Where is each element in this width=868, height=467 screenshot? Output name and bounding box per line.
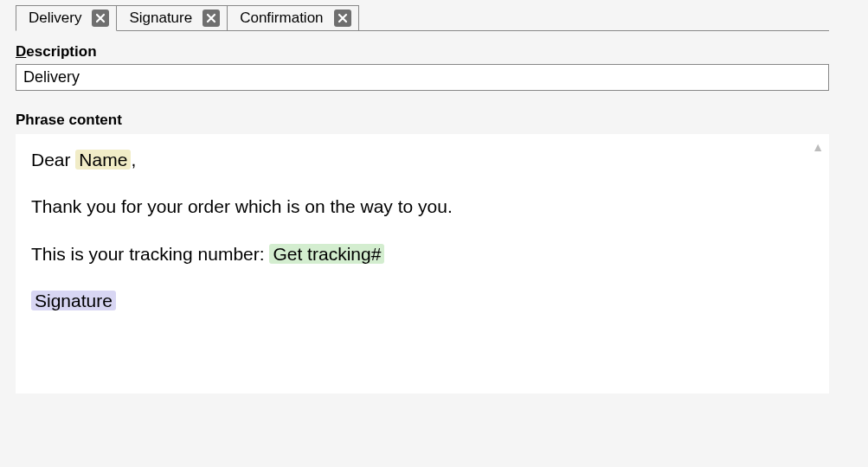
close-icon[interactable] xyxy=(92,10,109,27)
close-icon[interactable] xyxy=(203,10,220,27)
token-name[interactable]: Name xyxy=(75,150,131,170)
description-input[interactable] xyxy=(16,64,829,91)
tab-delivery[interactable]: Delivery xyxy=(16,5,117,31)
description-label: Description xyxy=(16,43,852,61)
editor-text: , xyxy=(131,150,136,170)
token-tracking[interactable]: Get tracking# xyxy=(269,244,384,264)
tab-bar: Delivery Signature Confirmation xyxy=(0,0,868,31)
tab-signature[interactable]: Signature xyxy=(116,5,228,31)
description-label-rest: escription xyxy=(26,43,96,60)
tab-label: Delivery xyxy=(29,10,81,27)
close-icon[interactable] xyxy=(334,10,351,27)
phrase-content-label: Phrase content xyxy=(16,112,852,129)
editor-text: This is your tracking number: xyxy=(31,244,269,264)
tab-label: Signature xyxy=(129,10,192,27)
editor-text: Thank you for your order which is on the… xyxy=(31,196,453,216)
tab-confirmation[interactable]: Confirmation xyxy=(227,5,358,31)
tab-label: Confirmation xyxy=(240,10,323,27)
description-label-accel: D xyxy=(16,43,26,60)
token-signature[interactable]: Signature xyxy=(31,291,116,310)
phrase-content-editor[interactable]: ▲ Dear Name, Thank you for your order wh… xyxy=(16,134,829,393)
form-area: Description Phrase content ▲ Dear Name, … xyxy=(0,31,868,393)
scroll-up-icon[interactable]: ▲ xyxy=(812,139,824,156)
editor-text: Dear xyxy=(31,150,75,170)
